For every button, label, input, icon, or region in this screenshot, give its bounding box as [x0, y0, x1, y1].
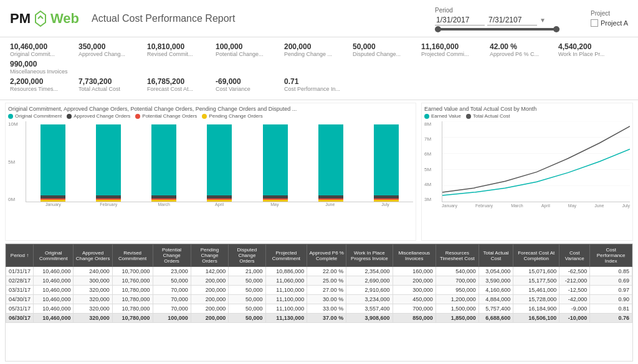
table-header-row: Period ↑Original CommitmentApproved Chan…	[6, 245, 632, 267]
kpi-value: 11,160,000	[421, 42, 477, 51]
kpi-item: -69,000Cost Variance	[216, 77, 272, 92]
kpi-value: 2,200,000	[10, 77, 66, 86]
table-cell: 11,130,000	[265, 314, 307, 323]
bar-x-label: May	[247, 202, 302, 207]
table-cell: 10,460,000	[34, 314, 74, 323]
line-x-label: May	[568, 203, 576, 208]
bar-segment-yellow	[374, 200, 399, 202]
table-header-cell: Work In Place Progress Invoice	[346, 245, 393, 267]
table-cell: 50,000	[229, 295, 265, 304]
kpi-label: Resources Times...	[10, 86, 66, 92]
kpi-item: 0.71Cost Performance In...	[284, 77, 340, 92]
slider-thumb-left[interactable]	[435, 26, 441, 32]
bar-stack	[96, 121, 121, 202]
kpi-item: 10,810,000Revised Commit...	[147, 42, 203, 57]
table-cell: 25.00 %	[307, 276, 346, 286]
table-cell: 160,000	[393, 267, 436, 276]
kpi-label: Cost Performance In...	[284, 86, 340, 92]
logo-web-text: Web	[50, 11, 79, 27]
table-header-cell: Approved P6 % Complete	[307, 245, 346, 267]
bar-y-10m: 10M	[8, 121, 26, 127]
table-cell: -62,500	[559, 267, 590, 276]
table-cell: -9,000	[559, 304, 590, 314]
kpi-label: Original Commit...	[10, 51, 66, 57]
kpi-label: Work In Place Pr...	[558, 51, 614, 57]
data-table: Period ↑Original CommitmentApproved Chan…	[6, 244, 632, 323]
legend-label: Original Commitment	[15, 113, 62, 119]
table-cell: 200,000	[191, 304, 229, 314]
table-cell: 0.81	[590, 304, 632, 314]
table-cell: 15,461,000	[513, 286, 559, 295]
bar-x-label: February	[81, 202, 136, 207]
table-header-cell: Projected Commitment	[265, 245, 307, 267]
bar-group	[249, 121, 302, 202]
bar-group	[26, 121, 80, 202]
table-section[interactable]: Period ↑Original CommitmentApproved Chan…	[5, 243, 633, 362]
bar-stack	[207, 121, 232, 202]
line-y-5m: 5M	[424, 167, 431, 172]
table-cell: 15,071,600	[513, 267, 559, 276]
kpi-value: 4,540,200	[558, 42, 614, 51]
bar-segment-yellow	[207, 200, 232, 202]
bar-segment-yellow	[263, 200, 288, 202]
table-cell: 10,886,000	[265, 267, 307, 276]
table-cell: 10,780,000	[112, 314, 153, 323]
kpi-value: 7,730,200	[79, 77, 135, 86]
table-cell: 10,460,000	[34, 295, 74, 304]
line-x-label: July	[622, 203, 629, 208]
table-cell: 0.85	[590, 267, 632, 276]
line-x-labels: JanuaryFebruaryMarchAprilMayJuneJuly	[442, 203, 630, 208]
period-slider[interactable]	[435, 28, 559, 30]
logo: PM Web	[10, 10, 79, 27]
table-cell: 33.00 %	[307, 304, 346, 314]
table-cell: 1,200,000	[436, 295, 478, 304]
slider-thumb-right[interactable]	[553, 26, 559, 32]
kpi-value: 990,000	[10, 60, 68, 68]
table-cell: 3,908,600	[346, 314, 393, 323]
table-cell: 70,000	[153, 304, 191, 314]
table-cell: 6,688,600	[478, 314, 513, 323]
period-dropdown-icon[interactable]: ▼	[540, 17, 546, 24]
table-cell: 200,000	[191, 276, 229, 286]
bar-stack	[151, 121, 176, 202]
period-end-input[interactable]	[487, 15, 537, 26]
table-cell: 850,000	[393, 314, 436, 323]
table-cell: 320,000	[74, 286, 112, 295]
table-header-cell: Approved Change Orders	[74, 245, 112, 267]
table-cell: 200,000	[191, 286, 229, 295]
table-header-cell: Miscellaneous Invoices	[393, 245, 436, 267]
table-cell: 27.00 %	[307, 286, 346, 295]
bar-legend-item: Approved Change Orders	[67, 113, 130, 119]
table-body: 01/31/1710,460,000240,00010,700,00023,00…	[6, 267, 632, 323]
period-start-input[interactable]	[435, 15, 485, 26]
legend-label: Earned Value	[431, 113, 461, 119]
period-section: Period ▼	[435, 7, 572, 30]
table-header-cell: Period ↑	[6, 245, 34, 267]
table-cell: 05/31/17	[6, 304, 34, 314]
project-checkbox[interactable]	[591, 19, 598, 27]
table-cell: 3,557,400	[346, 304, 393, 314]
table-cell: 10,460,000	[34, 276, 74, 286]
table-cell: 200,000	[191, 295, 229, 304]
table-cell: 10,460,000	[34, 286, 74, 295]
table-header-cell: Revised Commitment	[112, 245, 153, 267]
table-cell: 200,000	[393, 276, 436, 286]
table-cell: 10,780,000	[112, 304, 153, 314]
legend-dot	[135, 114, 140, 119]
kpi-value: 50,000	[353, 42, 409, 51]
table-cell: 10,460,000	[34, 267, 74, 276]
legend-dot	[424, 114, 429, 119]
table-cell: 50,000	[229, 286, 265, 295]
logo-icon	[32, 10, 49, 27]
kpi-item: 7,730,200Total Actual Cost	[79, 77, 135, 92]
bar-group	[304, 121, 358, 202]
table-cell: 01/31/17	[6, 267, 34, 276]
bar-x-label: January	[26, 202, 81, 207]
kpi-label: Potential Change...	[216, 51, 272, 57]
kpi-item: 10,460,000Original Commit...	[10, 42, 66, 57]
kpi-item: 16,785,200Forecast Cost At...	[147, 77, 203, 92]
table-cell: 100,000	[153, 314, 191, 323]
table-cell: 0.69	[590, 276, 632, 286]
kpi-value: 10,810,000	[147, 42, 203, 51]
project-checkbox-row: Project A	[591, 19, 628, 27]
